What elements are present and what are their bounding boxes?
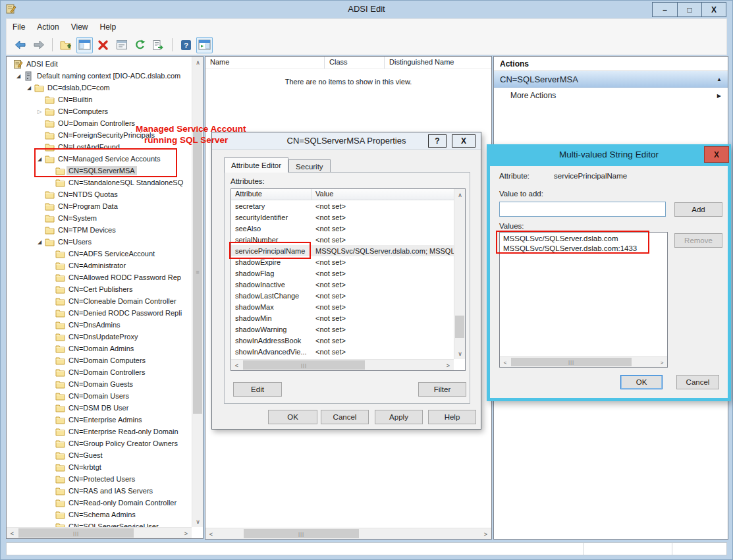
attribute-row[interactable]: serialNumber<not set> bbox=[231, 234, 454, 245]
tree-item[interactable]: CN=SQLServerServiceUser bbox=[7, 520, 192, 527]
tree-item[interactable]: CN=Cloneable Domain Controller bbox=[7, 295, 192, 307]
scrollbar-thumb[interactable]: ||| bbox=[244, 529, 359, 538]
tree-item[interactable]: CN=Domain Guests bbox=[7, 378, 192, 390]
tree-item[interactable]: CN=SQLServerMSA bbox=[7, 165, 192, 177]
tree-item[interactable]: ▷CN=Computers bbox=[7, 105, 192, 117]
menu-view[interactable]: View bbox=[65, 19, 94, 35]
tree-item[interactable]: CN=System bbox=[7, 212, 192, 224]
tree-item[interactable]: CN=Enterprise Admins bbox=[7, 414, 192, 426]
scroll-up-icon[interactable]: ∧ bbox=[454, 189, 466, 200]
attributes-vertical-scrollbar[interactable]: ∧ ∨ bbox=[454, 189, 465, 359]
tree-item[interactable]: CN=Cert Publishers bbox=[7, 283, 192, 295]
collapse-arrow-icon[interactable]: ◢ bbox=[13, 73, 24, 79]
more-actions-item[interactable]: More Actions ▶ bbox=[494, 88, 728, 103]
collapse-caret-icon[interactable]: ▲ bbox=[717, 76, 722, 82]
collapse-arrow-icon[interactable]: ◢ bbox=[24, 85, 34, 91]
delete-icon[interactable] bbox=[95, 37, 111, 53]
scrollbar-thumb[interactable]: ||| bbox=[511, 358, 632, 366]
maximize-button[interactable]: □ bbox=[677, 3, 701, 16]
scrollbar-thumb[interactable]: ||| bbox=[18, 528, 134, 538]
filter-button[interactable]: Filter bbox=[418, 382, 466, 397]
scroll-left-icon[interactable]: < bbox=[231, 360, 242, 371]
help-icon[interactable]: ? bbox=[178, 37, 194, 53]
tree-item[interactable]: CN=DSM DB User bbox=[7, 402, 192, 414]
scroll-left-icon[interactable]: < bbox=[500, 357, 510, 368]
attribute-row[interactable]: secretary<not set> bbox=[231, 200, 454, 211]
scroll-right-icon[interactable]: > bbox=[180, 528, 192, 539]
attribute-row[interactable]: shadowMax<not set> bbox=[231, 301, 454, 312]
tree-item[interactable]: CN=TPM Devices bbox=[7, 224, 192, 236]
menu-file[interactable]: File bbox=[7, 19, 31, 35]
tree-item[interactable]: CN=Domain Controllers bbox=[7, 366, 192, 378]
forward-arrow-icon[interactable] bbox=[30, 37, 47, 53]
tree-item[interactable]: CN=Protected Users bbox=[7, 473, 192, 485]
tree-item[interactable]: CN=StandaloneSQL StandaloneSQ bbox=[7, 177, 192, 188]
scrollbar-thumb[interactable]: ||| bbox=[243, 360, 365, 370]
collapse-arrow-icon[interactable]: ◢ bbox=[34, 239, 45, 245]
tree-item[interactable]: CN=ADFS ServiceAccount bbox=[7, 248, 192, 260]
scroll-right-icon[interactable]: > bbox=[480, 528, 491, 540]
menu-action[interactable]: Action bbox=[31, 19, 65, 35]
attribute-row[interactable]: shadowExpire<not set> bbox=[231, 256, 454, 267]
tree-item[interactable]: CN=Enterprise Read-only Domain bbox=[7, 426, 192, 437]
minimize-button[interactable]: – bbox=[653, 3, 677, 16]
list-horizontal-scrollbar[interactable]: < ||| > bbox=[205, 528, 491, 539]
values-horizontal-scrollbar[interactable]: < ||| > bbox=[500, 356, 667, 367]
action-pane-toggle-icon[interactable] bbox=[196, 37, 213, 53]
scroll-left-icon[interactable]: < bbox=[205, 528, 217, 540]
scroll-right-icon[interactable]: > bbox=[657, 357, 667, 368]
tree-item[interactable]: CN=DnsAdmins bbox=[7, 319, 192, 331]
tree-item[interactable]: CN=RAS and IAS Servers bbox=[7, 485, 192, 497]
tree-item[interactable]: CN=NTDS Quotas bbox=[7, 188, 192, 200]
cancel-button[interactable]: Cancel bbox=[321, 410, 369, 424]
mvse-cancel-button[interactable]: Cancel bbox=[676, 375, 719, 389]
ok-button[interactable]: OK bbox=[268, 410, 317, 424]
column-header-attribute[interactable]: Attribute bbox=[231, 189, 312, 200]
value-item[interactable]: MSSQLSvc/SQLServer.dslab.com bbox=[500, 234, 667, 244]
column-header-distinguished-name[interactable]: Distinguished Name bbox=[385, 57, 491, 69]
tree-item[interactable]: CN=Read-only Domain Controller bbox=[7, 497, 192, 509]
tree-item[interactable]: CN=Guest bbox=[7, 449, 192, 461]
help-button[interactable]: Help bbox=[428, 410, 476, 424]
close-button[interactable]: X bbox=[701, 3, 726, 16]
scroll-up-icon[interactable]: ∧ bbox=[192, 57, 204, 68]
tree-item[interactable]: ◢CN=Users bbox=[7, 236, 192, 248]
column-header-name[interactable]: Name bbox=[205, 57, 325, 69]
tree-item[interactable]: CN=Domain Computers bbox=[7, 354, 192, 366]
attribute-row[interactable]: shadowWarning<not set> bbox=[231, 323, 454, 335]
scroll-left-icon[interactable]: < bbox=[7, 528, 18, 539]
tree-item[interactable]: CN=Domain Admins bbox=[7, 343, 192, 354]
mvse-close-button[interactable]: X bbox=[704, 146, 729, 163]
remove-button[interactable]: Remove bbox=[674, 233, 722, 248]
add-button[interactable]: Add bbox=[674, 202, 722, 217]
attribute-row[interactable]: showInAddressBook<not set> bbox=[231, 335, 454, 346]
attribute-row[interactable]: shadowFlag<not set> bbox=[231, 267, 454, 279]
refresh-icon[interactable] bbox=[132, 37, 148, 53]
attributes-horizontal-scrollbar[interactable]: < ||| > bbox=[231, 359, 454, 370]
scroll-down-icon[interactable]: ∨ bbox=[192, 516, 204, 527]
tree-item[interactable]: ADSI Edit bbox=[7, 58, 192, 70]
attribute-row[interactable]: shadowMin<not set> bbox=[231, 312, 454, 323]
expand-arrow-icon[interactable]: ▷ bbox=[34, 109, 45, 115]
apply-button[interactable]: Apply bbox=[375, 410, 423, 424]
tree-item[interactable]: CN=Builtin bbox=[7, 94, 192, 105]
value-to-add-input[interactable] bbox=[499, 202, 666, 217]
tree-item[interactable]: ◢DC=dslab,DC=com bbox=[7, 82, 192, 94]
collapse-arrow-icon[interactable]: ◢ bbox=[34, 156, 45, 162]
tree-horizontal-scrollbar[interactable]: < ||| > bbox=[7, 527, 192, 538]
tree-item[interactable]: CN=Administrator bbox=[7, 260, 192, 271]
dialog-help-button[interactable]: ? bbox=[428, 134, 447, 148]
properties-icon[interactable] bbox=[113, 37, 130, 53]
tree-item[interactable]: CN=Allowed RODC Password Rep bbox=[7, 271, 192, 283]
tab-attribute-editor[interactable]: Attribute Editor bbox=[224, 157, 288, 173]
tree-item[interactable]: CN=Domain Users bbox=[7, 390, 192, 402]
attribute-row[interactable]: seeAlso<not set> bbox=[231, 223, 454, 234]
tree-item[interactable]: CN=Program Data bbox=[7, 200, 192, 212]
attribute-row[interactable]: securityIdentifier<not set> bbox=[231, 211, 454, 223]
menu-help[interactable]: Help bbox=[94, 19, 122, 35]
attribute-row[interactable]: servicePrincipalNameMSSQLSvc/SQLServer.d… bbox=[231, 245, 454, 256]
tree-item[interactable]: ◢CN=Managed Service Accounts bbox=[7, 153, 192, 165]
console-tree-toggle-icon[interactable] bbox=[76, 37, 93, 53]
parent-folder-icon[interactable] bbox=[58, 37, 74, 53]
scroll-right-icon[interactable]: > bbox=[443, 360, 454, 371]
